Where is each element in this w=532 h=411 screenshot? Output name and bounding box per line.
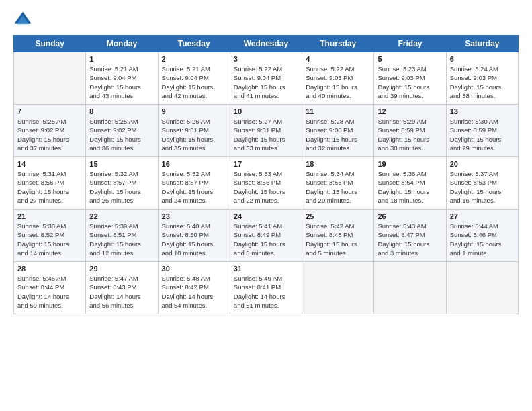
- day-info: Sunrise: 5:43 AM Sunset: 8:47 PM Dayligh…: [378, 222, 442, 257]
- day-info: Sunrise: 5:27 AM Sunset: 9:01 PM Dayligh…: [234, 117, 298, 152]
- day-number: 17: [234, 160, 298, 168]
- day-info: Sunrise: 5:22 AM Sunset: 9:04 PM Dayligh…: [234, 64, 298, 100]
- day-info: Sunrise: 5:45 AM Sunset: 8:44 PM Dayligh…: [17, 274, 82, 310]
- day-cell: 14Sunrise: 5:31 AM Sunset: 8:58 PM Dayli…: [14, 157, 86, 210]
- day-cell: 8Sunrise: 5:25 AM Sunset: 9:02 PM Daylig…: [86, 105, 158, 157]
- day-info: Sunrise: 5:41 AM Sunset: 8:49 PM Dayligh…: [234, 222, 298, 257]
- day-info: Sunrise: 5:28 AM Sunset: 9:00 PM Dayligh…: [306, 117, 370, 152]
- day-info: Sunrise: 5:48 AM Sunset: 8:42 PM Dayligh…: [162, 274, 226, 310]
- day-number: 15: [89, 160, 154, 168]
- day-number: 7: [17, 107, 82, 116]
- week-row-3: 14Sunrise: 5:31 AM Sunset: 8:58 PM Dayli…: [14, 157, 519, 210]
- week-row-1: 1Sunrise: 5:21 AM Sunset: 9:04 PM Daylig…: [14, 52, 519, 105]
- day-info: Sunrise: 5:32 AM Sunset: 8:57 PM Dayligh…: [89, 169, 154, 205]
- day-cell: 3Sunrise: 5:22 AM Sunset: 9:04 PM Daylig…: [230, 52, 302, 105]
- day-info: Sunrise: 5:37 AM Sunset: 8:53 PM Dayligh…: [450, 169, 515, 205]
- day-number: 4: [306, 55, 370, 63]
- day-number: 14: [17, 160, 82, 168]
- day-number: 25: [306, 212, 370, 220]
- day-info: Sunrise: 5:34 AM Sunset: 8:55 PM Dayligh…: [306, 169, 370, 205]
- day-cell: 9Sunrise: 5:26 AM Sunset: 9:01 PM Daylig…: [158, 105, 230, 157]
- day-number: 5: [378, 55, 442, 63]
- day-cell: 28Sunrise: 5:45 AM Sunset: 8:44 PM Dayli…: [14, 262, 86, 314]
- day-number: 21: [17, 212, 82, 220]
- day-info: Sunrise: 5:33 AM Sunset: 8:56 PM Dayligh…: [234, 169, 298, 205]
- col-header-thursday: Thursday: [302, 36, 374, 52]
- day-number: 28: [17, 265, 82, 273]
- day-number: 27: [450, 212, 515, 220]
- logo: [13, 11, 35, 30]
- day-info: Sunrise: 5:31 AM Sunset: 8:58 PM Dayligh…: [17, 169, 82, 205]
- day-cell: 30Sunrise: 5:48 AM Sunset: 8:42 PM Dayli…: [158, 262, 230, 314]
- day-number: 2: [162, 55, 226, 63]
- day-cell: [14, 52, 86, 105]
- day-info: Sunrise: 5:39 AM Sunset: 8:51 PM Dayligh…: [89, 222, 154, 257]
- day-number: 22: [89, 212, 154, 220]
- day-number: 12: [378, 107, 442, 116]
- day-info: Sunrise: 5:21 AM Sunset: 9:04 PM Dayligh…: [162, 64, 226, 100]
- day-number: 31: [234, 265, 298, 273]
- week-row-5: 28Sunrise: 5:45 AM Sunset: 8:44 PM Dayli…: [14, 262, 519, 314]
- page: SundayMondayTuesdayWednesdayThursdayFrid…: [0, 0, 532, 411]
- day-number: 9: [162, 107, 226, 116]
- day-cell: 25Sunrise: 5:42 AM Sunset: 8:48 PM Dayli…: [302, 210, 374, 262]
- day-cell: [302, 262, 374, 314]
- day-number: 11: [306, 107, 370, 116]
- day-cell: 22Sunrise: 5:39 AM Sunset: 8:51 PM Dayli…: [86, 210, 158, 262]
- day-number: 18: [306, 160, 370, 168]
- week-row-4: 21Sunrise: 5:38 AM Sunset: 8:52 PM Dayli…: [14, 210, 519, 262]
- day-info: Sunrise: 5:25 AM Sunset: 9:02 PM Dayligh…: [17, 117, 82, 152]
- day-info: Sunrise: 5:49 AM Sunset: 8:41 PM Dayligh…: [234, 274, 298, 310]
- day-number: 8: [89, 107, 154, 116]
- day-cell: 4Sunrise: 5:22 AM Sunset: 9:03 PM Daylig…: [302, 52, 374, 105]
- day-number: 30: [162, 265, 226, 273]
- logo-icon: [13, 11, 32, 30]
- day-number: 3: [234, 55, 298, 63]
- week-row-2: 7Sunrise: 5:25 AM Sunset: 9:02 PM Daylig…: [14, 105, 519, 157]
- day-number: 19: [378, 160, 442, 168]
- day-info: Sunrise: 5:29 AM Sunset: 8:59 PM Dayligh…: [378, 117, 442, 152]
- day-cell: 2Sunrise: 5:21 AM Sunset: 9:04 PM Daylig…: [158, 52, 230, 105]
- day-cell: 20Sunrise: 5:37 AM Sunset: 8:53 PM Dayli…: [446, 157, 518, 210]
- day-number: 16: [162, 160, 226, 168]
- day-cell: 16Sunrise: 5:32 AM Sunset: 8:57 PM Dayli…: [158, 157, 230, 210]
- day-cell: 24Sunrise: 5:41 AM Sunset: 8:49 PM Dayli…: [230, 210, 302, 262]
- day-info: Sunrise: 5:40 AM Sunset: 8:50 PM Dayligh…: [162, 222, 226, 257]
- day-number: 24: [234, 212, 298, 220]
- day-info: Sunrise: 5:22 AM Sunset: 9:03 PM Dayligh…: [306, 64, 370, 100]
- day-number: 26: [378, 212, 442, 220]
- day-info: Sunrise: 5:24 AM Sunset: 9:03 PM Dayligh…: [450, 64, 515, 100]
- col-header-wednesday: Wednesday: [230, 36, 302, 52]
- day-number: 23: [162, 212, 226, 220]
- calendar-table: SundayMondayTuesdayWednesdayThursdayFrid…: [13, 35, 519, 314]
- col-header-tuesday: Tuesday: [158, 36, 230, 52]
- day-info: Sunrise: 5:32 AM Sunset: 8:57 PM Dayligh…: [162, 169, 226, 205]
- day-cell: 23Sunrise: 5:40 AM Sunset: 8:50 PM Dayli…: [158, 210, 230, 262]
- day-info: Sunrise: 5:36 AM Sunset: 8:54 PM Dayligh…: [378, 169, 442, 205]
- header: [13, 11, 519, 30]
- day-info: Sunrise: 5:42 AM Sunset: 8:48 PM Dayligh…: [306, 222, 370, 257]
- day-cell: 19Sunrise: 5:36 AM Sunset: 8:54 PM Dayli…: [374, 157, 446, 210]
- day-cell: 17Sunrise: 5:33 AM Sunset: 8:56 PM Dayli…: [230, 157, 302, 210]
- col-header-monday: Monday: [86, 36, 158, 52]
- day-cell: 21Sunrise: 5:38 AM Sunset: 8:52 PM Dayli…: [14, 210, 86, 262]
- day-info: Sunrise: 5:38 AM Sunset: 8:52 PM Dayligh…: [17, 222, 82, 257]
- header-row: SundayMondayTuesdayWednesdayThursdayFrid…: [14, 36, 519, 52]
- col-header-friday: Friday: [374, 36, 446, 52]
- day-cell: 15Sunrise: 5:32 AM Sunset: 8:57 PM Dayli…: [86, 157, 158, 210]
- day-cell: 10Sunrise: 5:27 AM Sunset: 9:01 PM Dayli…: [230, 105, 302, 157]
- day-cell: 26Sunrise: 5:43 AM Sunset: 8:47 PM Dayli…: [374, 210, 446, 262]
- day-number: 10: [234, 107, 298, 116]
- day-cell: 13Sunrise: 5:30 AM Sunset: 8:59 PM Dayli…: [446, 105, 518, 157]
- day-info: Sunrise: 5:25 AM Sunset: 9:02 PM Dayligh…: [89, 117, 154, 152]
- col-header-sunday: Sunday: [14, 36, 86, 52]
- day-cell: 6Sunrise: 5:24 AM Sunset: 9:03 PM Daylig…: [446, 52, 518, 105]
- day-cell: [374, 262, 446, 314]
- day-cell: 18Sunrise: 5:34 AM Sunset: 8:55 PM Dayli…: [302, 157, 374, 210]
- day-info: Sunrise: 5:30 AM Sunset: 8:59 PM Dayligh…: [450, 117, 515, 152]
- col-header-saturday: Saturday: [446, 36, 518, 52]
- day-cell: 27Sunrise: 5:44 AM Sunset: 8:46 PM Dayli…: [446, 210, 518, 262]
- day-cell: 31Sunrise: 5:49 AM Sunset: 8:41 PM Dayli…: [230, 262, 302, 314]
- day-info: Sunrise: 5:23 AM Sunset: 9:03 PM Dayligh…: [378, 64, 442, 100]
- day-cell: 1Sunrise: 5:21 AM Sunset: 9:04 PM Daylig…: [86, 52, 158, 105]
